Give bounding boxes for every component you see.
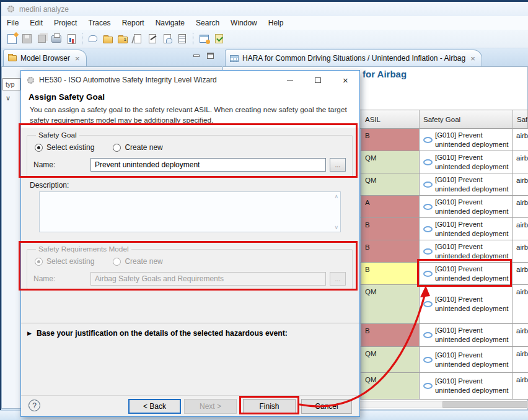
safety-goal-cell[interactable]: [G010] Prevent unintended deployment — [420, 240, 513, 263]
safety-goal-cell[interactable]: [G010] Prevent unintended deployment — [420, 373, 513, 400]
menu-item-search[interactable]: Search — [190, 16, 225, 30]
table-row[interactable]: QM [G010] Prevent unintended deployment … — [359, 173, 528, 196]
cancel-button[interactable]: Cancel — [301, 399, 352, 414]
browse-button[interactable]: ... — [330, 158, 346, 172]
validate-icon[interactable] — [211, 32, 226, 46]
new-model-icon[interactable] — [4, 32, 19, 46]
table-row[interactable]: A [G010] Prevent unintended deployment a… — [359, 196, 528, 218]
attach-document-icon[interactable] — [130, 32, 145, 46]
asil-cell[interactable]: QM — [361, 173, 420, 196]
column-header-safety-goal[interactable]: Safety Goal — [420, 110, 513, 129]
asil-cell[interactable]: B — [361, 218, 420, 240]
asil-cell[interactable]: B — [361, 324, 420, 347]
safety-goal-cell[interactable]: [G010] Prevent unintended deployment — [420, 196, 513, 218]
scrollbar-thumb[interactable] — [442, 401, 527, 408]
asil-cell[interactable]: B — [361, 263, 420, 285]
safety-goal-cell[interactable]: [G010] Prevent unintended deployment — [420, 173, 513, 196]
table-row[interactable]: QM [G010] Prevent unintended deployment … — [359, 285, 528, 324]
asil-cell[interactable]: B — [361, 129, 420, 151]
show-properties-icon[interactable] — [175, 32, 190, 46]
menu-item-file[interactable]: File — [1, 16, 24, 30]
save-all-icon[interactable] — [34, 32, 49, 46]
save-icon — [22, 34, 32, 43]
safe-state-cell[interactable]: airbag — [513, 196, 528, 218]
description-textarea[interactable]: ∧ ∨ — [39, 191, 341, 232]
menu-item-edit[interactable]: Edit — [24, 16, 48, 30]
menu-item-traces[interactable]: Traces — [82, 16, 116, 30]
table-row[interactable]: QM [G010] Prevent unintended deployment … — [359, 151, 528, 173]
tab-model-browser[interactable]: Model Browser × — [3, 50, 87, 66]
save-icon[interactable] — [19, 32, 34, 46]
justification-expander[interactable]: ▶ Base your justification on the details… — [27, 329, 288, 338]
table-row[interactable]: QM [G010] Prevent unintended deployment … — [359, 347, 528, 373]
tab-close-icon[interactable]: × — [470, 55, 475, 63]
filter-input[interactable]: typ — [2, 78, 20, 90]
safety-goal-cell[interactable]: [G010] Prevent unintended deployment — [420, 347, 513, 373]
dialog-maximize-button[interactable] — [304, 71, 332, 89]
chevron-down-icon[interactable]: ∨ — [6, 94, 11, 102]
review-document-icon[interactable] — [160, 32, 175, 46]
column-header-safe-state[interactable]: Safe S — [513, 110, 528, 129]
create-new-radio[interactable]: Create new — [113, 143, 162, 152]
minimize-view-icon[interactable] — [193, 55, 200, 57]
safe-state-cell[interactable]: airbag — [513, 373, 528, 400]
table-row[interactable]: B [G010] Prevent unintended deployment a… — [359, 240, 528, 263]
edit-document-icon — [149, 34, 156, 43]
safe-state-cell[interactable]: airbag — [513, 173, 528, 196]
scroll-down-icon[interactable]: ∨ — [334, 224, 338, 230]
table-row[interactable]: B [G010] Prevent unintended deployment a… — [359, 129, 528, 151]
edit-document-icon[interactable] — [145, 32, 160, 46]
safe-state-cell[interactable]: airbag — [513, 285, 528, 324]
menu-item-report[interactable]: Report — [117, 16, 150, 30]
safe-state-cell[interactable]: airbag — [513, 151, 528, 173]
help-button[interactable]: ? — [29, 400, 40, 411]
print-icon[interactable] — [49, 32, 64, 46]
open-recent-folder-icon[interactable] — [115, 32, 130, 46]
asil-cell[interactable]: QM — [361, 373, 420, 400]
safety-goal-cell[interactable]: [G010] Prevent unintended deployment — [420, 285, 513, 324]
table-row[interactable]: QM [G010] Prevent unintended deployment … — [359, 373, 528, 400]
safety-goal-name-input[interactable] — [90, 158, 326, 172]
safe-state-cell[interactable]: airbag — [513, 263, 528, 285]
table-row[interactable]: B [G010] Prevent unintended deployment a… — [359, 263, 528, 285]
open-folder-icon[interactable] — [100, 32, 115, 46]
scroll-up-icon[interactable]: ∧ — [334, 193, 338, 199]
asil-cell[interactable]: A — [361, 196, 420, 218]
safety-goal-cell[interactable]: [G010] Prevent unintended deployment — [420, 151, 513, 173]
tab-hara-editor[interactable]: HARA for Common Driving Situations / Uni… — [225, 50, 482, 66]
safety-goal-cell[interactable]: [G010] Prevent unintended deployment — [420, 129, 513, 151]
horizontal-scrollbar[interactable] — [359, 401, 528, 408]
asil-cell[interactable]: B — [361, 240, 420, 263]
safety-goal-cell[interactable]: [G010] Prevent unintended deployment — [420, 324, 513, 347]
finish-button[interactable]: Finish — [243, 399, 296, 414]
asil-cell[interactable]: QM — [361, 347, 420, 373]
safe-state-cell[interactable]: airbag — [513, 240, 528, 263]
report-icon[interactable] — [64, 32, 79, 46]
table-row[interactable]: B [G010] Prevent unintended deployment a… — [359, 324, 528, 347]
back-button[interactable]: < Back — [128, 399, 181, 414]
toolbar-separator — [82, 33, 82, 45]
select-existing-radio[interactable]: Select existing — [35, 143, 94, 152]
table-row[interactable]: B [G010] Prevent unintended deployment a… — [359, 218, 528, 240]
dialog-minimize-button[interactable] — [276, 71, 304, 89]
tab-close-icon[interactable]: × — [75, 55, 80, 63]
menu-item-project[interactable]: Project — [48, 16, 82, 30]
menu-item-navigate[interactable]: Navigate — [150, 16, 190, 30]
safe-state-cell[interactable]: airbag — [513, 324, 528, 347]
safety-goal-cell[interactable]: [G010] Prevent unintended deployment — [420, 263, 513, 285]
safe-state-cell[interactable]: airbag — [513, 129, 528, 151]
safe-state-cell[interactable]: airbag — [513, 347, 528, 373]
asil-cell[interactable]: QM — [361, 285, 420, 324]
comment-icon[interactable] — [86, 32, 100, 46]
menu-item-window[interactable]: Window — [225, 16, 263, 30]
column-header-asil[interactable]: ASIL — [361, 110, 420, 129]
dialog-close-button[interactable]: × — [332, 71, 359, 89]
maximize-view-icon[interactable] — [207, 53, 214, 59]
show-properties-icon — [178, 34, 186, 43]
safe-state-cell[interactable]: airbag — [513, 218, 528, 240]
menu-item-help[interactable]: Help — [263, 16, 289, 30]
radio-unchecked-icon — [113, 144, 121, 152]
sync-table-icon[interactable] — [196, 32, 211, 46]
asil-cell[interactable]: QM — [361, 151, 420, 173]
safety-goal-cell[interactable]: [G010] Prevent unintended deployment — [420, 218, 513, 240]
